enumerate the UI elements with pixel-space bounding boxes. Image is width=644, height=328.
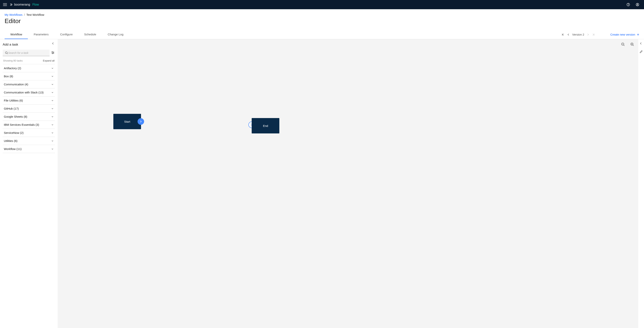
brand-text: boomerang (14, 3, 30, 6)
help-icon[interactable] (626, 3, 630, 7)
topbar: boomerang Flow (0, 0, 644, 9)
user-avatar-icon[interactable] (636, 3, 640, 7)
showing-count: Showing 80 tasks (3, 59, 23, 62)
chevron-down-icon (51, 99, 54, 102)
category-github[interactable]: GitHub (17) (3, 105, 55, 113)
category-label: File Utilities (6) (4, 99, 23, 102)
search-icon (5, 51, 8, 54)
breadcrumb: My Workflows / Test Workflow (4, 13, 640, 16)
category-communication[interactable]: Communication (4) (3, 80, 55, 88)
search-row (3, 50, 55, 56)
menu-icon[interactable] (3, 3, 7, 7)
version-prev-icon[interactable] (567, 33, 570, 36)
category-artifactory[interactable]: Artifactory (2) (3, 64, 55, 72)
page-title: Editor (4, 18, 640, 25)
version-first-icon[interactable] (562, 33, 564, 36)
category-label: Communication with Slack (13) (4, 91, 44, 94)
category-google-sheets[interactable]: Google Sheets (8) (3, 113, 55, 121)
sidebar-meta: Showing 80 tasks Expand all (3, 59, 55, 62)
topbar-left: boomerang Flow (3, 3, 39, 7)
zoom-in-icon[interactable] (630, 42, 634, 47)
tab-configure[interactable]: Configure (54, 30, 78, 39)
right-rail-collapse-icon[interactable] (640, 42, 643, 45)
brand-logo-icon (10, 3, 13, 6)
svg-point-10 (52, 53, 53, 54)
breadcrumb-root[interactable]: My Workflows (4, 13, 22, 16)
right-rail (638, 39, 644, 328)
chevron-down-icon (51, 148, 54, 150)
category-communication-slack[interactable]: Communication with Slack (13) (3, 88, 55, 97)
category-label: ServiceNow (2) (4, 131, 24, 134)
category-label: Utilities (6) (4, 139, 18, 142)
breadcrumb-current: Test Workflow (26, 13, 44, 16)
task-sidebar: Add a task Showing 80 tasks Expand all A… (0, 39, 58, 328)
sidebar-title: Add a task (3, 43, 55, 47)
category-label: Artifactory (2) (4, 67, 21, 70)
category-label: IBM Services Essentials (3) (4, 123, 39, 126)
chevron-down-icon (51, 140, 54, 142)
category-box[interactable]: Box (8) (3, 72, 55, 80)
category-servicenow[interactable]: ServiceNow (2) (3, 129, 55, 137)
category-label: GitHub (17) (4, 107, 19, 110)
category-utilities[interactable]: Utilities (6) (3, 137, 55, 145)
chevron-down-icon (51, 132, 54, 134)
breadcrumb-separator: / (24, 13, 25, 16)
tabs: Workflow Parameters Configure Schedule C… (4, 30, 129, 39)
version-nav: Version 2 (562, 33, 595, 36)
svg-point-9 (53, 52, 54, 53)
end-node[interactable]: End (252, 118, 279, 133)
version-last-icon[interactable] (592, 33, 595, 36)
chevron-down-icon (51, 91, 54, 94)
start-node-label: Start (124, 120, 130, 123)
search-box[interactable] (3, 50, 50, 56)
start-node-output-port[interactable] (138, 118, 144, 125)
tab-schedule[interactable]: Schedule (78, 30, 102, 39)
start-node[interactable]: Start (113, 114, 141, 129)
filter-icon[interactable] (51, 51, 55, 55)
category-label: Workflow (11) (4, 147, 22, 151)
chevron-down-icon (51, 123, 54, 126)
canvas-tools (621, 42, 634, 47)
tab-parameters[interactable]: Parameters (28, 30, 54, 39)
category-file-utilities[interactable]: File Utilities (6) (3, 97, 55, 105)
edit-icon[interactable] (640, 50, 643, 53)
svg-rect-1 (3, 5, 7, 5)
svg-point-6 (637, 4, 638, 5)
search-input[interactable] (8, 51, 47, 54)
chevron-down-icon (51, 75, 54, 78)
create-new-version-label: Create new version (610, 33, 635, 36)
category-ibm-essentials[interactable]: IBM Services Essentials (3) (3, 121, 55, 129)
category-list: Artifactory (2) Box (8) Communication (4… (3, 64, 55, 153)
category-workflow[interactable]: Workflow (11) (3, 145, 55, 153)
svg-point-8 (52, 52, 52, 52)
chevron-down-icon (51, 83, 54, 86)
brand[interactable]: boomerang Flow (10, 3, 39, 6)
expand-all-button[interactable]: Expand all (43, 59, 54, 62)
version-label: Version 2 (572, 33, 584, 36)
tabs-row: Workflow Parameters Configure Schedule C… (0, 30, 644, 39)
tab-workflow[interactable]: Workflow (4, 30, 28, 39)
header-area: My Workflows / Test Workflow Editor (0, 9, 644, 26)
topbar-right (626, 3, 640, 7)
main: Add a task Showing 80 tasks Expand all A… (0, 39, 644, 328)
zoom-out-icon[interactable] (621, 42, 625, 47)
version-next-icon[interactable] (586, 33, 590, 36)
category-label: Communication (4) (4, 83, 28, 86)
create-new-version-button[interactable]: Create new version (610, 33, 640, 36)
chevron-down-icon (51, 107, 54, 110)
workflow-canvas[interactable]: Start End (58, 39, 638, 328)
svg-rect-0 (3, 3, 7, 4)
plus-icon (637, 33, 640, 36)
category-label: Box (8) (4, 75, 13, 78)
chevron-down-icon (51, 115, 54, 118)
svg-rect-2 (3, 6, 7, 6)
svg-point-7 (6, 52, 7, 54)
category-label: Google Sheets (8) (4, 115, 27, 118)
end-node-label: End (263, 124, 268, 127)
chevron-down-icon (51, 67, 54, 70)
sidebar-collapse-icon[interactable] (52, 42, 55, 46)
tab-change-log[interactable]: Change Log (102, 30, 129, 39)
brand-suffix: Flow (32, 3, 39, 6)
